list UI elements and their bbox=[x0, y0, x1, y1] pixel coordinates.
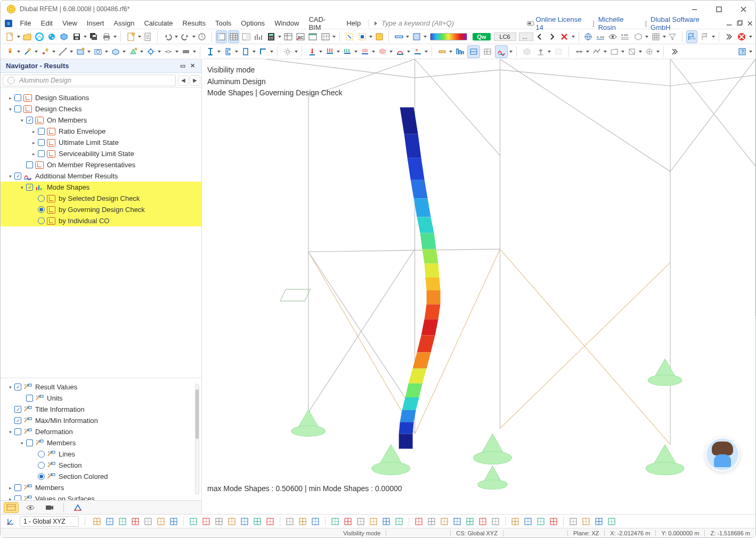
checkbox-icon[interactable] bbox=[14, 406, 21, 413]
btn-saveall[interactable] bbox=[88, 30, 99, 43]
bottom-tool-10[interactable] bbox=[226, 516, 238, 527]
btn-load6[interactable] bbox=[394, 45, 407, 58]
btn-view1[interactable] bbox=[436, 45, 449, 58]
btn-block[interactable] bbox=[58, 30, 69, 43]
checkbox-icon[interactable] bbox=[38, 139, 45, 146]
tree-item[interactable]: x.xxSection Colored bbox=[1, 471, 201, 482]
btn-sc[interactable]: SC bbox=[295, 30, 306, 43]
menu-window[interactable]: Window bbox=[270, 18, 304, 28]
bottom-tool-27[interactable] bbox=[464, 516, 476, 527]
btn-view4[interactable] bbox=[481, 45, 494, 58]
tree-item[interactable]: ▸Ultimate Limit State bbox=[1, 137, 201, 148]
btn-new[interactable] bbox=[4, 30, 17, 43]
btn-view2[interactable] bbox=[453, 45, 466, 58]
tree-item[interactable]: ▾On Members bbox=[1, 115, 201, 126]
bottom-tool-0[interactable] bbox=[91, 516, 103, 527]
radio-icon[interactable] bbox=[38, 451, 45, 458]
color-gradient[interactable] bbox=[430, 33, 467, 40]
btn-xxx1[interactable]: x.xx bbox=[595, 30, 606, 43]
tree-item[interactable]: ▾x.xxMembers bbox=[1, 437, 201, 449]
btn-grid-dd2[interactable] bbox=[649, 30, 662, 43]
btn-load3[interactable] bbox=[341, 45, 354, 58]
tree-item[interactable]: ▸Design Situations bbox=[1, 92, 201, 103]
bottom-tool-30[interactable] bbox=[509, 516, 521, 527]
btn-sup-new[interactable] bbox=[127, 45, 140, 58]
tree-item[interactable]: ▾x.xxResult Values bbox=[1, 381, 201, 393]
btn-hinge-new[interactable] bbox=[144, 45, 157, 58]
tree-item[interactable]: x.xxMax/Min Information bbox=[1, 415, 201, 426]
bottom-tool-8[interactable] bbox=[200, 516, 212, 527]
checkbox-icon[interactable] bbox=[26, 184, 33, 191]
bottom-tool-20[interactable] bbox=[368, 516, 379, 527]
checkbox-icon[interactable] bbox=[14, 173, 21, 180]
btn-globe[interactable] bbox=[583, 30, 594, 43]
bottom-tool-29[interactable] bbox=[490, 516, 501, 527]
menu-results[interactable]: Results bbox=[178, 18, 210, 28]
btn-load2[interactable] bbox=[323, 45, 336, 58]
bottom-tool-11[interactable] bbox=[239, 516, 250, 527]
model-viewport[interactable]: Visibility mode Aluminum Design Mode Sha… bbox=[202, 59, 755, 514]
btn-res4[interactable] bbox=[625, 45, 638, 58]
tree-item[interactable]: ▸x.xxValues on Surfaces bbox=[1, 493, 201, 500]
checkbox-icon[interactable] bbox=[38, 128, 45, 135]
btn-history[interactable] bbox=[197, 30, 208, 43]
bottom-tool-19[interactable] bbox=[355, 516, 367, 527]
btn-load1[interactable] bbox=[306, 45, 319, 58]
bottom-tool-24[interactable] bbox=[426, 516, 437, 527]
bottom-tool-35[interactable] bbox=[580, 516, 592, 527]
checkbox-icon[interactable] bbox=[14, 384, 21, 390]
btn-print[interactable] bbox=[100, 30, 113, 43]
menu-assign[interactable]: Assign bbox=[109, 18, 139, 28]
btn-layer3[interactable] bbox=[373, 30, 385, 43]
btn-sec2[interactable] bbox=[222, 45, 234, 58]
btn-open[interactable] bbox=[21, 30, 32, 43]
tree-item[interactable]: x.xxLines bbox=[1, 449, 201, 460]
bottom-tool-37[interactable] bbox=[606, 516, 617, 527]
btn-node3[interactable] bbox=[39, 45, 52, 58]
tree-item[interactable]: x.xxSection bbox=[1, 460, 201, 471]
btn-line-new[interactable] bbox=[56, 45, 69, 58]
bottom-tool-3[interactable] bbox=[129, 516, 141, 527]
btn-undo[interactable] bbox=[161, 30, 174, 43]
btn-help[interactable]: ? bbox=[736, 45, 749, 58]
btn-load7[interactable] bbox=[411, 45, 424, 58]
btn-save[interactable] bbox=[70, 30, 83, 43]
navigator-prev-button[interactable]: ◄ bbox=[178, 75, 189, 86]
btn-prev[interactable] bbox=[534, 30, 546, 43]
menu-help[interactable]: Help bbox=[342, 18, 365, 28]
btn-panel-table[interactable] bbox=[228, 30, 239, 43]
chip-lc[interactable]: LC6 bbox=[494, 32, 516, 41]
navigator-tree-lower[interactable]: ▾x.xxResult Valuesx.xxUnitsx.xxTitle Inf… bbox=[1, 378, 201, 500]
chip-qw[interactable]: Qw bbox=[473, 33, 490, 40]
btn-apps[interactable] bbox=[34, 30, 45, 43]
btn-eye[interactable] bbox=[607, 30, 619, 43]
tree-item[interactable]: x.xxUnits bbox=[1, 393, 201, 404]
checkbox-icon[interactable] bbox=[14, 417, 21, 424]
bottom-tool-12[interactable] bbox=[251, 516, 263, 527]
tree-item[interactable]: by Individual CO bbox=[1, 215, 201, 226]
tree-item[interactable]: ▾Design Checks bbox=[1, 103, 201, 115]
bottom-tool-31[interactable] bbox=[522, 516, 534, 527]
checkbox-icon[interactable] bbox=[14, 105, 21, 112]
btn-node2[interactable] bbox=[21, 45, 34, 58]
btn-open-new[interactable] bbox=[92, 45, 104, 58]
menu-calculate[interactable]: Calculate bbox=[139, 18, 177, 28]
btn-more-arrow-2[interactable] bbox=[668, 45, 680, 58]
checkbox-icon[interactable] bbox=[14, 94, 21, 101]
btn-layer2[interactable] bbox=[356, 30, 369, 43]
checkbox-icon[interactable] bbox=[26, 439, 33, 446]
btn-note[interactable] bbox=[125, 30, 137, 43]
bottom-tool-13[interactable] bbox=[264, 516, 276, 527]
radio-icon[interactable] bbox=[38, 462, 45, 469]
bottom-tool-6[interactable] bbox=[168, 516, 180, 527]
navigator-category-combo[interactable]: Aluminum Design bbox=[3, 75, 176, 86]
btn-rigid[interactable] bbox=[180, 45, 192, 58]
btn-flag-dd[interactable] bbox=[698, 30, 711, 43]
bottom-tool-4[interactable] bbox=[142, 516, 154, 527]
checkbox-icon[interactable] bbox=[26, 395, 33, 402]
btn-gear-dd[interactable] bbox=[281, 45, 294, 58]
btn-stop[interactable] bbox=[736, 30, 747, 43]
radio-icon[interactable] bbox=[38, 195, 45, 202]
link-company[interactable]: Dlubal Software GmbH bbox=[649, 15, 720, 31]
btn-surf-new[interactable] bbox=[74, 45, 87, 58]
